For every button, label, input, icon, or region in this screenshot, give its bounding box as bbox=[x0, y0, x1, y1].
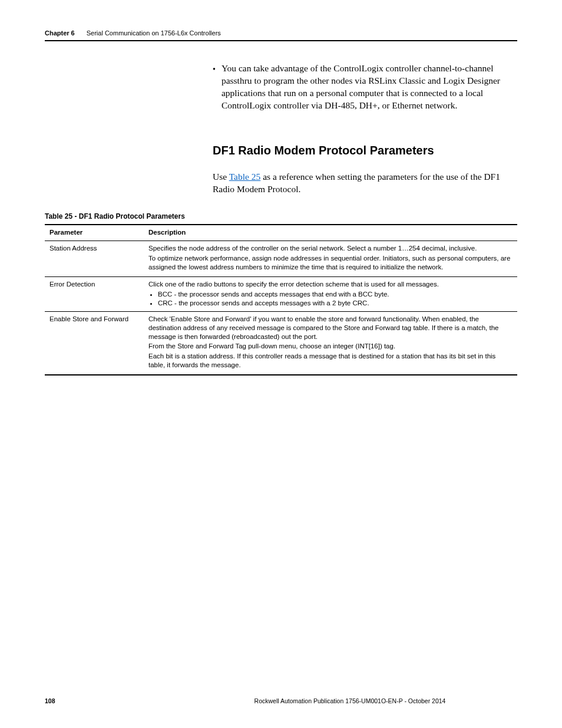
table-header-row: Parameter Description bbox=[45, 225, 517, 241]
table-caption: Table 25 - DF1 Radio Protocol Parameters bbox=[45, 212, 517, 220]
col-header-description: Description bbox=[144, 225, 517, 241]
table-row: Enable Store and Forward Check 'Enable S… bbox=[45, 311, 517, 375]
desc-text: Specifies the node address of the contro… bbox=[148, 244, 513, 253]
cell-parameter: Error Detection bbox=[45, 276, 144, 311]
publication-info: Rockwell Automation Publication 1756-UM0… bbox=[183, 697, 517, 704]
intro-bullet-text: You can take advantage of the ControlLog… bbox=[222, 62, 517, 112]
desc-text: Each bit is a station address. If this c… bbox=[148, 352, 513, 370]
intro-bullet-item: • You can take advantage of the ControlL… bbox=[213, 62, 517, 112]
desc-text: Check 'Enable Store and Forward' if you … bbox=[148, 315, 513, 341]
desc-text: Click one of the radio buttons to specif… bbox=[148, 280, 513, 289]
cell-description: Specifies the node address of the contro… bbox=[144, 241, 517, 277]
col-header-parameter: Parameter bbox=[45, 225, 144, 241]
desc-bullet-list: BCC - the processor sends and accepts me… bbox=[151, 290, 513, 308]
cell-description: Click one of the radio buttons to specif… bbox=[144, 276, 517, 311]
running-header: Chapter 6 Serial Communication on 1756-L… bbox=[45, 29, 517, 41]
chapter-label: Chapter 6 bbox=[45, 29, 75, 37]
table-25-link[interactable]: Table 25 bbox=[229, 172, 261, 182]
table-row: Error Detection Click one of the radio b… bbox=[45, 276, 517, 311]
cell-parameter: Station Address bbox=[45, 241, 144, 277]
desc-bullet-item: CRC - the processor sends and accepts me… bbox=[158, 299, 513, 308]
desc-text: To optimize network performance, assign … bbox=[148, 254, 513, 272]
page-number: 108 bbox=[45, 697, 183, 704]
body-column: • You can take advantage of the ControlL… bbox=[213, 62, 517, 196]
bullet-icon: • bbox=[213, 62, 216, 112]
page-container: Chapter 6 Serial Communication on 1756-L… bbox=[0, 0, 562, 728]
intro-prefix: Use bbox=[213, 172, 229, 182]
cell-description: Check 'Enable Store and Forward' if you … bbox=[144, 311, 517, 375]
section-intro: Use Table 25 as a reference when setting… bbox=[213, 170, 517, 196]
desc-text: From the Store and Forward Tag pull-down… bbox=[148, 342, 513, 351]
cell-parameter: Enable Store and Forward bbox=[45, 311, 144, 375]
page-footer: 108 Rockwell Automation Publication 1756… bbox=[45, 697, 517, 704]
param-table: Parameter Description Station Address Sp… bbox=[45, 224, 517, 375]
table-row: Station Address Specifies the node addre… bbox=[45, 241, 517, 277]
desc-bullet-item: BCC - the processor sends and accepts me… bbox=[158, 290, 513, 299]
section-heading: DF1 Radio Modem Protocol Parameters bbox=[213, 144, 517, 157]
chapter-title: Serial Communication on 1756-L6x Control… bbox=[87, 29, 221, 37]
